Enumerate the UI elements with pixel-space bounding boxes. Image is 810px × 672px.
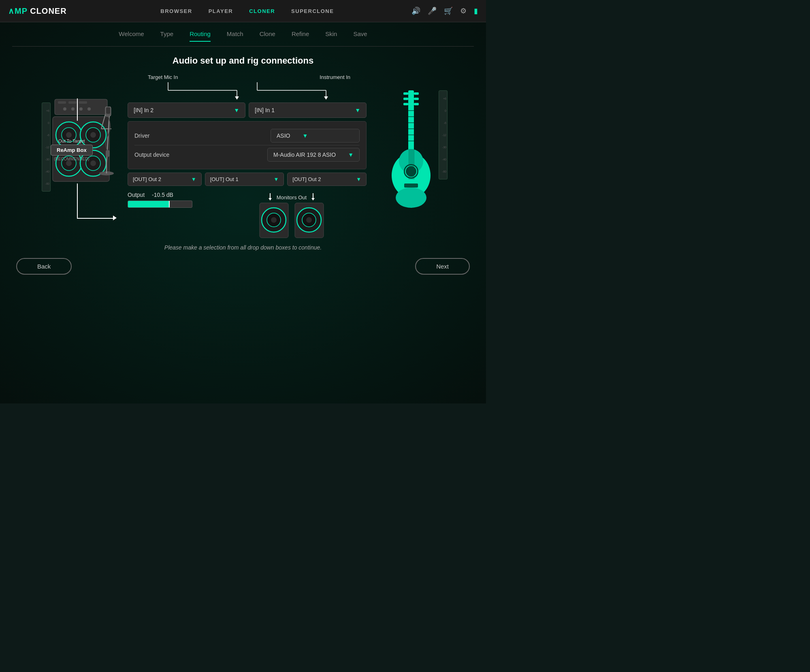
svg-line-25 <box>101 115 105 129</box>
out2-arrow-icon: ▼ <box>273 176 279 182</box>
driver-value: ASIO <box>277 132 290 139</box>
svg-rect-45 <box>408 90 414 151</box>
tab-welcome[interactable]: Welcome <box>119 30 144 41</box>
center-panel: Target Mic In Instrument In [IN] In 2 ▼ … <box>128 74 367 239</box>
svg-point-11 <box>66 132 72 138</box>
speaker-icon[interactable]: 🔊 <box>411 6 420 15</box>
svg-rect-46 <box>403 92 408 95</box>
instrument-in-dropdown[interactable]: [IN] In 1 ▼ <box>249 102 367 118</box>
driver-label: Driver <box>134 132 149 139</box>
svg-point-40 <box>271 217 277 223</box>
horizontal-cable-line <box>77 218 113 219</box>
output-device-value: M-Audio AIR 192 8 ASIO <box>273 151 336 158</box>
svg-point-17 <box>66 160 72 166</box>
bottom-section: Please make a selection from all drop do… <box>0 244 486 275</box>
settings-box: Driver ASIO ▼ Output device M-Audio AIR … <box>128 121 367 169</box>
tab-type[interactable]: Type <box>160 30 174 41</box>
output-device-row: Output device M-Audio AIR 192 8 ASIO ▼ <box>134 145 360 164</box>
out-to-target-label: Out To Target <box>51 139 93 143</box>
svg-point-5 <box>71 107 75 111</box>
output-dropdowns-row: [OUT] Out 2 ▼ [OUT] Out 1 ▼ [OUT] Out 2 … <box>128 173 367 186</box>
svg-rect-3 <box>79 101 87 104</box>
nav-icons: 🔊 🎤 🛒 ⚙ ▮ <box>411 6 478 15</box>
svg-point-6 <box>79 107 83 111</box>
nav-superclone[interactable]: SUPERCLONE <box>291 8 334 14</box>
nav-links: BROWSER PLAYER CLONER SUPERCLONE <box>83 8 411 14</box>
out2-value: [OUT] Out 1 <box>210 176 239 182</box>
vu-meter-left: +6 0 -6 -12 -30 -40 -60 <box>42 102 51 192</box>
page-title: Audio set up and rig connections <box>0 55 486 66</box>
nav-cloner[interactable]: CLONER <box>249 8 275 14</box>
mic-icon[interactable]: 🎤 <box>428 6 437 15</box>
svg-rect-1 <box>58 101 66 104</box>
monitors-out-label: Monitors Out <box>277 194 307 201</box>
tab-match[interactable]: Match <box>227 30 243 41</box>
tab-skin[interactable]: Skin <box>325 30 337 41</box>
svg-point-60 <box>404 164 418 179</box>
next-button[interactable]: Next <box>415 258 470 275</box>
svg-rect-49 <box>414 92 419 95</box>
instrument-in-value: [IN] In 1 <box>255 107 275 113</box>
tab-clone[interactable]: Clone <box>260 30 275 41</box>
logo-prefix: ∧MP <box>8 6 28 15</box>
out-target-dropdown-2[interactable]: [OUT] Out 1 ▼ <box>205 173 284 186</box>
arrow-right-head <box>113 215 117 220</box>
nav-browser[interactable]: BROWSER <box>160 8 192 14</box>
tab-save[interactable]: Save <box>353 30 367 41</box>
monitor-speaker-1 <box>259 202 289 239</box>
tab-routing[interactable]: Routing <box>190 30 211 41</box>
out1-arrow-icon: ▼ <box>191 176 196 182</box>
mic-in-dropdown[interactable]: [IN] In 2 ▼ <box>128 102 245 118</box>
reamp-box-label: ReAmp Box <box>51 145 93 156</box>
main-content: Welcome Type Routing Match Clone Refine … <box>0 22 486 275</box>
reamp-recommended-label: (RECOMMENDED) <box>51 157 93 161</box>
svg-marker-36 <box>324 96 328 100</box>
app-logo: ∧MP CLONER <box>8 6 67 16</box>
out3-arrow-icon: ▼ <box>356 176 361 182</box>
svg-point-7 <box>87 107 91 111</box>
svg-rect-2 <box>68 101 77 104</box>
output-device-dropdown[interactable]: M-Audio AIR 192 8 ASIO ▼ <box>267 148 360 162</box>
level-bar-tick <box>169 201 170 207</box>
output-text-label: Output <box>128 192 145 198</box>
driver-dropdown[interactable]: ASIO ▼ <box>271 129 360 143</box>
monitor-speaker-2 <box>294 202 324 239</box>
gear-icon[interactable]: ⚙ <box>460 6 467 15</box>
navbar: ∧MP CLONER BROWSER PLAYER CLONER SUPERCL… <box>0 0 486 22</box>
out-target-dropdown-1[interactable]: [OUT] Out 2 ▼ <box>128 173 202 186</box>
svg-point-69 <box>396 188 426 208</box>
svg-rect-51 <box>414 103 419 105</box>
svg-marker-32 <box>235 96 239 100</box>
audio-setup: +6 0 -6 -12 -30 -40 -60 <box>0 74 486 239</box>
mic-in-arrow-icon: ▼ <box>234 107 239 113</box>
output-level-bar[interactable] <box>128 201 192 208</box>
speakers-row <box>259 202 324 239</box>
svg-rect-67 <box>404 183 418 188</box>
driver-row: Driver ASIO ▼ <box>134 126 360 145</box>
mic-in-value: [IN] In 2 <box>134 107 153 113</box>
instrument-in-arrow-icon: ▼ <box>355 107 360 113</box>
out1-value: [OUT] Out 2 <box>133 176 161 182</box>
out3-value: [OUT] Out 2 <box>292 176 321 182</box>
svg-point-4 <box>63 107 66 111</box>
driver-arrow-icon: ▼ <box>302 132 308 139</box>
hint-text: Please make a selection from all drop do… <box>12 244 474 251</box>
output-db-value: -10.5 dB <box>152 192 173 198</box>
monitors-arrows-row: Monitors Out <box>269 192 315 201</box>
svg-rect-48 <box>403 103 408 105</box>
amp-to-target-arrow <box>77 98 78 121</box>
output-device-arrow-icon: ▼ <box>348 151 354 158</box>
cart-icon[interactable]: 🛒 <box>444 6 453 15</box>
back-button[interactable]: Back <box>16 258 72 275</box>
output-level-section: Output -10.5 dB <box>128 192 209 208</box>
svg-rect-28 <box>106 150 110 157</box>
out-target-dropdown-3[interactable]: [OUT] Out 2 ▼ <box>287 173 367 186</box>
nav-player[interactable]: PLAYER <box>209 8 233 14</box>
tab-refine[interactable]: Refine <box>292 30 309 41</box>
monitor-down-arrow-2 <box>311 193 315 201</box>
power-icon[interactable]: ▮ <box>474 6 478 15</box>
left-amp-section: +6 0 -6 -12 -30 -40 -60 <box>38 74 119 183</box>
vu-meter-right: +6 0 -6 -12 -30 -40 -60 <box>439 90 448 179</box>
input-labels-section: Target Mic In Instrument In <box>128 74 367 102</box>
step-tabs: Welcome Type Routing Match Clone Refine … <box>12 30 474 47</box>
